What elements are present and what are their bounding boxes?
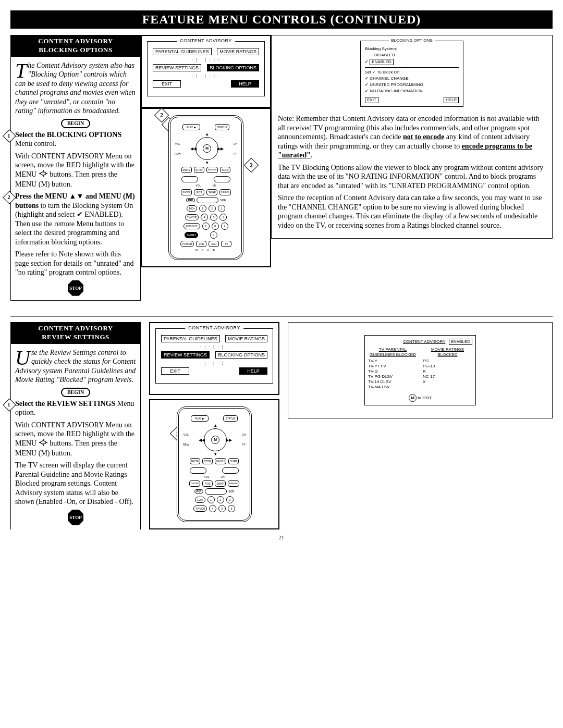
tab-line: CONTENT ADVISORY bbox=[38, 37, 113, 45]
content-advisory-osd: CONTENT ADVISORY PARENTAL GUIDELINES MOV… bbox=[147, 41, 265, 96]
remote-vol-rocker[interactable] bbox=[181, 176, 198, 182]
remote-play[interactable]: PLAY ▶ bbox=[182, 124, 200, 130]
remote-mode-tv[interactable]: TV bbox=[221, 241, 231, 247]
key-3[interactable]: 3 bbox=[226, 496, 234, 503]
list-item: TV-G bbox=[368, 369, 418, 374]
remote-smart[interactable]: SMART bbox=[185, 232, 198, 238]
status-enabled: ENABLED bbox=[449, 339, 472, 345]
osd-btn-exit[interactable]: EXIT bbox=[161, 367, 189, 375]
key-8[interactable]: 8 bbox=[212, 223, 219, 230]
osd-btn-movie[interactable]: MOVIE RATINGS bbox=[225, 335, 267, 342]
remote-power[interactable]: POWER bbox=[180, 241, 194, 247]
key-5[interactable]: 5 bbox=[218, 505, 226, 512]
remote-vol-rocker[interactable] bbox=[190, 467, 206, 474]
remote-status[interactable]: STATUS bbox=[215, 124, 229, 130]
section2-intro: U se the Review Settings control to quic… bbox=[15, 348, 136, 385]
step1-para: With CONTENT ADVISORY Menu on screen, mo… bbox=[15, 421, 136, 458]
osd-btn-review[interactable]: REVIEW SETTINGS bbox=[161, 351, 210, 359]
osd-btn-parental[interactable]: PARENTAL GUIDELINES bbox=[161, 335, 220, 342]
remote-mute[interactable]: MUTE bbox=[190, 458, 200, 464]
section-blocking-options: CONTENT ADVISORY BLOCKING OPTIONS T he C… bbox=[10, 35, 553, 317]
remote-mode-acc[interactable]: ACC bbox=[209, 241, 219, 247]
remote-100plus[interactable]: 100+ bbox=[187, 205, 197, 212]
remote-status[interactable]: STATUS bbox=[223, 415, 238, 422]
remote-dpad[interactable]: ▲ ▼ ◀◀ ▶▶ M bbox=[200, 424, 231, 455]
osd-btn-movie[interactable]: MOVIE RATINGS bbox=[217, 48, 259, 55]
remote-ch-rocker[interactable] bbox=[222, 467, 239, 474]
remote-surf[interactable]: SURF bbox=[220, 167, 230, 173]
remote-pip-size[interactable] bbox=[205, 488, 227, 495]
key-6[interactable]: 6 bbox=[228, 505, 235, 512]
callout-2b: 2 bbox=[244, 158, 259, 172]
opt-enabled[interactable]: ENABLED bbox=[370, 59, 393, 65]
osd-exit[interactable]: EXIT bbox=[365, 97, 378, 103]
label: Set ✓ To Block On: bbox=[365, 70, 459, 75]
key-3[interactable]: 3 bbox=[218, 205, 225, 212]
remote-pip-pos[interactable]: POS bbox=[194, 189, 204, 195]
key-0[interactable]: 0 bbox=[210, 231, 217, 239]
remote-ch-rocker[interactable] bbox=[214, 176, 230, 182]
remote-pip-onoff[interactable]: ON/OFF bbox=[181, 189, 192, 195]
arrow-right-icon[interactable]: ▶▶ bbox=[226, 437, 232, 442]
osd-btn-blocking[interactable]: BLOCKING OPTIONS bbox=[207, 64, 259, 71]
remote-pause[interactable]: PAUSE II bbox=[206, 167, 218, 173]
key-1[interactable]: 1 bbox=[207, 496, 215, 503]
osd-help[interactable]: HELP bbox=[444, 97, 459, 103]
remote-menu-button[interactable]: M bbox=[203, 144, 211, 153]
intro-text: he Content Advisory system also has "Blo… bbox=[15, 61, 136, 115]
step1-para: With CONTENT ADVISORY Menu on screen, mo… bbox=[15, 152, 136, 189]
chk-channel-change[interactable]: CHANNEL CHANGE bbox=[365, 76, 459, 81]
remote-stop[interactable]: STOP bbox=[194, 167, 204, 173]
label: VOL bbox=[175, 142, 181, 145]
key-9[interactable]: 9 bbox=[221, 223, 228, 230]
remote-mute[interactable]: MUTE bbox=[181, 167, 192, 173]
osd-btn-review[interactable]: REVIEW SETTINGS bbox=[153, 64, 201, 71]
arrow-right-icon[interactable]: ▶▶ bbox=[217, 146, 224, 151]
arrow-up-icon[interactable]: ▲ bbox=[205, 132, 209, 137]
osd-btn-exit[interactable]: EXIT bbox=[153, 80, 181, 88]
remote-play[interactable]: PLAY ▶ bbox=[191, 415, 209, 422]
remote-menu-button[interactable]: M bbox=[211, 436, 219, 444]
remote-pip-size[interactable] bbox=[197, 197, 218, 203]
arrow-up-icon[interactable]: ▲ bbox=[213, 423, 217, 428]
label: CH bbox=[242, 433, 246, 436]
remote-100plus[interactable]: 100+ bbox=[195, 497, 205, 503]
remote-tvvcr[interactable]: TV/VCR bbox=[193, 505, 207, 512]
remote-pip-pos[interactable]: POS bbox=[202, 480, 213, 487]
key-7[interactable]: 7 bbox=[202, 223, 210, 230]
key-2[interactable]: 2 bbox=[209, 205, 216, 212]
remote-pip-freeze[interactable]: FREEZE bbox=[219, 189, 231, 195]
arrow-down-icon[interactable]: ▼ bbox=[205, 161, 209, 165]
remote-dpad[interactable]: ▲ ▼ ◀◀ ▶▶ M bbox=[191, 133, 223, 164]
key-4[interactable]: 4 bbox=[201, 214, 208, 221]
chk-unrated[interactable]: UNRATED PROGRAMMING bbox=[365, 82, 459, 88]
key-5[interactable]: 5 bbox=[210, 214, 217, 221]
key-2[interactable]: 2 bbox=[217, 496, 224, 503]
m-button-icon: M bbox=[409, 394, 417, 402]
remote-autosurf[interactable]: AUTO SURF bbox=[183, 223, 200, 229]
text: . bbox=[311, 151, 313, 159]
remote-pip-swap[interactable]: SWAP bbox=[206, 189, 217, 195]
key-4[interactable]: 4 bbox=[209, 505, 216, 512]
opt-disabled[interactable]: DISABLED bbox=[374, 53, 395, 57]
arrow-down-icon[interactable]: ▼ bbox=[213, 452, 217, 456]
osd-title: CONTENT ADVISORY bbox=[185, 325, 243, 330]
remote-pause[interactable]: PAUSE II bbox=[215, 458, 227, 464]
list-item: R bbox=[423, 369, 472, 374]
remote-stop[interactable]: STOP bbox=[202, 458, 213, 464]
osd-btn-parental[interactable]: PARENTAL GUIDELINES bbox=[153, 48, 212, 55]
remote-mode-vcr[interactable]: VCR bbox=[196, 241, 206, 247]
key-1[interactable]: 1 bbox=[199, 205, 206, 212]
remote-pip-freeze[interactable]: FREEZE bbox=[228, 480, 239, 487]
arrow-left-icon[interactable]: ◀◀ bbox=[199, 437, 205, 442]
remote-pip-swap[interactable]: SWAP bbox=[215, 480, 226, 487]
osd-btn-blocking[interactable]: BLOCKING OPTIONS bbox=[215, 351, 267, 359]
arrow-left-icon[interactable]: ◀◀ bbox=[190, 146, 197, 151]
remote-pip-onoff[interactable]: ON/OFF bbox=[189, 480, 200, 487]
osd-btn-help[interactable]: HELP bbox=[239, 367, 267, 375]
remote-tvvcr[interactable]: TV/VCR bbox=[185, 214, 199, 220]
key-6[interactable]: 6 bbox=[219, 214, 227, 221]
chk-norating[interactable]: NO RATING INFORMATION bbox=[365, 89, 459, 94]
osd-btn-help[interactable]: HELP bbox=[231, 80, 259, 88]
remote-surf[interactable]: SURF bbox=[228, 458, 239, 464]
